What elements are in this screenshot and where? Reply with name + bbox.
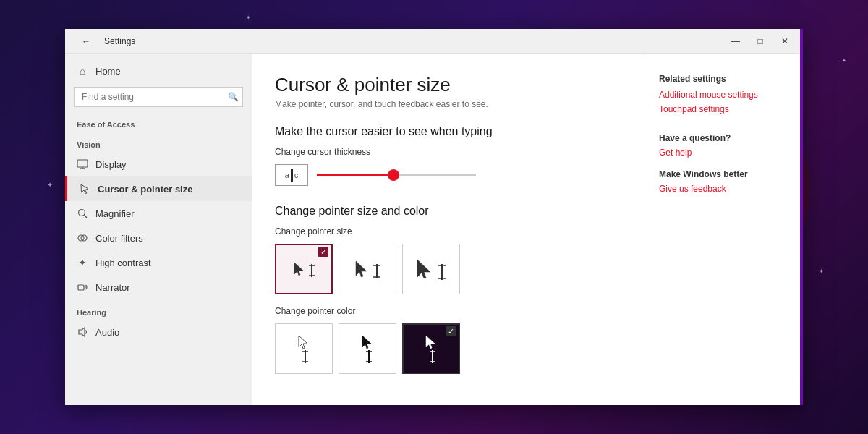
- color-filters-icon: [77, 232, 88, 244]
- pointer-size-grid: [275, 244, 621, 294]
- sidebar-item-cursor[interactable]: Cursor & pointer size: [65, 176, 252, 201]
- content-area: ⌂ Home 🔍 Ease of Access Vision Display C…: [65, 54, 803, 405]
- page-subtitle: Make pointer, cursor, and touch feedback…: [275, 99, 621, 109]
- maximize-button[interactable]: □: [748, 29, 773, 54]
- mouse-settings-link[interactable]: Additional mouse settings: [659, 90, 788, 100]
- cursor-label: Cursor & pointer size: [98, 184, 192, 195]
- titlebar-title: Settings: [104, 36, 135, 46]
- sidebar-item-narrator[interactable]: Narrator: [65, 275, 252, 299]
- high-contrast-icon: ✦: [77, 257, 88, 268]
- star-2: ✦: [47, 181, 53, 189]
- narrator-label: Narrator: [95, 282, 130, 293]
- pointer-icons-large: [416, 258, 446, 280]
- right-panel: Related settings Additional mouse settin…: [644, 54, 803, 405]
- search-icon[interactable]: 🔍: [228, 92, 239, 102]
- pointer-color-black[interactable]: [339, 323, 396, 374]
- titlebar-left: ← Settings: [74, 29, 135, 54]
- pointer-size-large[interactable]: [402, 244, 460, 294]
- pointer-icons-medium: [354, 260, 380, 278]
- search-input[interactable]: [74, 87, 243, 107]
- sidebar-item-home[interactable]: ⌂ Home: [65, 59, 252, 82]
- display-icon: [77, 158, 88, 170]
- audio-label: Audio: [95, 327, 119, 338]
- narrator-icon: [77, 281, 88, 293]
- svg-point-3: [79, 210, 85, 216]
- svg-line-4: [85, 216, 88, 218]
- question-title: Have a question?: [659, 133, 788, 143]
- svg-rect-7: [78, 285, 84, 290]
- windows-better-title: Make Windows better: [659, 169, 788, 179]
- color-filters-label: Color filters: [95, 233, 143, 244]
- settings-window: ← Settings — □ ✕ ⌂ Home 🔍 Ease of Access…: [65, 29, 803, 405]
- sidebar-item-color-filters[interactable]: Color filters: [65, 226, 252, 250]
- hearing-label: Hearing: [65, 299, 252, 320]
- divider-1: [659, 119, 788, 133]
- back-button[interactable]: ←: [74, 29, 98, 54]
- window-accent: [800, 29, 803, 405]
- slider-row: a c: [275, 164, 621, 186]
- high-contrast-label: High contrast: [95, 258, 151, 268]
- magnifier-icon: [77, 208, 88, 219]
- sidebar-item-high-contrast[interactable]: ✦ High contrast: [65, 250, 252, 275]
- pointer-section: Change pointer size and color Change poi…: [275, 205, 621, 374]
- pointer-size-label: Change pointer size: [275, 226, 621, 237]
- sidebar-item-display[interactable]: Display: [65, 152, 252, 176]
- main-content: Cursor & pointer size Make pointer, curs…: [252, 54, 644, 405]
- sidebar-home-label: Home: [95, 66, 121, 77]
- cursor-bar: [291, 169, 293, 182]
- page-title: Cursor & pointer size: [275, 74, 621, 96]
- display-label: Display: [95, 159, 127, 170]
- cursor-section-heading: Make the cursor easier to see when typin…: [275, 125, 621, 138]
- star-4: ✦: [842, 58, 846, 64]
- svg-marker-8: [79, 328, 85, 336]
- minimize-button[interactable]: —: [723, 29, 748, 54]
- cursor-preview: a c: [275, 164, 308, 186]
- pointer-section-heading: Change pointer size and color: [275, 205, 621, 218]
- feedback-link[interactable]: Give us feedback: [659, 184, 788, 194]
- svg-rect-0: [77, 160, 88, 167]
- pointer-size-small[interactable]: [275, 244, 333, 294]
- star-5: ✦: [819, 268, 825, 275]
- related-settings-title: Related settings: [659, 74, 788, 84]
- cursor-icon: [79, 183, 90, 195]
- magnifier-label: Magnifier: [95, 208, 134, 219]
- home-icon: ⌂: [77, 65, 88, 77]
- cursor-section: Make the cursor easier to see when typin…: [275, 125, 621, 186]
- sidebar-item-magnifier[interactable]: Magnifier: [65, 201, 252, 226]
- pointer-color-grid: [275, 323, 621, 374]
- sidebar-item-audio[interactable]: Audio: [65, 320, 252, 344]
- sidebar: ⌂ Home 🔍 Ease of Access Vision Display C…: [65, 54, 252, 405]
- vision-label: Vision: [65, 132, 252, 152]
- touchpad-settings-link[interactable]: Touchpad settings: [659, 104, 788, 114]
- cursor-preview-text: a: [285, 171, 289, 179]
- audio-icon: [77, 326, 88, 338]
- pointer-color-label: Change pointer color: [275, 306, 621, 316]
- pointer-size-medium[interactable]: [339, 244, 396, 294]
- cursor-thickness-slider[interactable]: [317, 174, 476, 176]
- get-help-link[interactable]: Get help: [659, 148, 788, 158]
- titlebar-controls: — □ ✕: [723, 29, 797, 54]
- pointer-icons-small: [293, 261, 315, 277]
- pointer-color-dark[interactable]: [402, 323, 460, 374]
- cursor-preview-text2: c: [294, 171, 299, 179]
- cursor-thickness-label: Change cursor thickness: [275, 147, 621, 157]
- search-box: 🔍: [74, 87, 243, 107]
- ease-of-access-label: Ease of Access: [65, 111, 252, 132]
- close-button[interactable]: ✕: [773, 29, 797, 54]
- star-1: ✦: [246, 14, 251, 21]
- titlebar: ← Settings — □ ✕: [65, 29, 803, 54]
- pointer-color-white[interactable]: [275, 323, 333, 374]
